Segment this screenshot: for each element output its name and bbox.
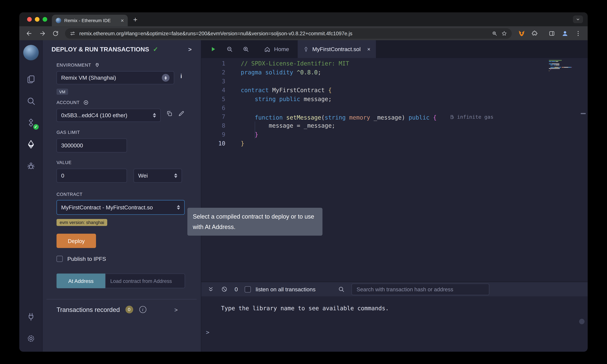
- icon-rail: ✓: [19, 40, 42, 352]
- settings-gear-icon[interactable]: [26, 334, 36, 344]
- tab-close-icon[interactable]: ×: [121, 18, 124, 23]
- code-line[interactable]: }: [241, 130, 588, 139]
- tab-search-chevron-icon[interactable]: [573, 15, 583, 23]
- terminal-bar: 0 listen on all transactions: [201, 282, 588, 296]
- code-editor[interactable]: 12345678910 // SPDX-License-Identifier: …: [201, 58, 588, 282]
- close-window-button[interactable]: [27, 17, 32, 22]
- minimize-window-button[interactable]: [35, 17, 40, 22]
- at-address-button[interactable]: At Address: [57, 273, 106, 288]
- profile-avatar-icon[interactable]: [559, 28, 570, 39]
- deploy-run-icon[interactable]: [26, 139, 36, 149]
- minimap-line: [549, 66, 579, 67]
- code-line[interactable]: contract MyFirstContract {: [241, 86, 588, 95]
- bookmark-star-icon[interactable]: [501, 30, 507, 36]
- clear-console-icon[interactable]: [221, 286, 228, 292]
- tab-file-active[interactable]: MyFirstContract.sol ×: [298, 40, 376, 58]
- close-file-icon[interactable]: ×: [367, 46, 370, 52]
- terminal-output[interactable]: Type the library name to see available c…: [201, 296, 588, 352]
- plug-icon[interactable]: [95, 62, 100, 68]
- panel-expand-chevron-icon[interactable]: >: [188, 46, 192, 52]
- line-number[interactable]: 8: [201, 121, 225, 130]
- environment-info-icon[interactable]: i: [180, 73, 182, 79]
- line-number[interactable]: 6: [201, 104, 225, 113]
- zoom-out-icon[interactable]: [226, 46, 233, 52]
- plugin-manager-plug-icon[interactable]: [26, 312, 36, 322]
- code-line[interactable]: pragma solidity ^0.8.0;: [241, 68, 588, 77]
- debugger-bug-icon[interactable]: [26, 161, 36, 171]
- account-select[interactable]: 0x5B3...eddC4 (100 ether): [57, 109, 161, 122]
- value-unit-select[interactable]: Wei: [134, 169, 182, 182]
- remix-logo-icon[interactable]: [23, 45, 39, 60]
- code-line[interactable]: string public message;: [241, 95, 588, 104]
- minimap-line: [549, 64, 579, 64]
- zoom-in-icon[interactable]: [242, 46, 249, 52]
- terminal-collapse-chevrons-icon[interactable]: [208, 286, 214, 292]
- forward-icon[interactable]: [37, 28, 48, 39]
- code-line[interactable]: // SPDX-License-Identifier: MIT: [241, 59, 588, 68]
- add-account-plus-icon[interactable]: [83, 100, 89, 105]
- address-bar[interactable]: remix.ethereum.org/#lang=en&optimize=fal…: [65, 28, 512, 39]
- line-number[interactable]: 7: [201, 113, 225, 121]
- browser-tab-strip: Remix - Ethereum IDE × +: [19, 12, 588, 26]
- code-line[interactable]: [241, 104, 588, 113]
- solidity-file-icon: [303, 46, 309, 52]
- metamask-fox-icon[interactable]: [516, 28, 527, 39]
- line-number[interactable]: 9: [201, 130, 225, 139]
- editor-code[interactable]: // SPDX-License-Identifier: MITpragma so…: [229, 58, 588, 282]
- line-number[interactable]: 3: [201, 77, 225, 86]
- file-explorer-icon[interactable]: [26, 74, 36, 84]
- code-line[interactable]: [241, 77, 588, 86]
- panel-divider: [47, 299, 197, 299]
- value-input[interactable]: [57, 169, 127, 182]
- editor-scrollbar[interactable]: [581, 113, 586, 114]
- account-label: ACCOUNT: [57, 100, 80, 105]
- remix-favicon-icon: [56, 18, 61, 23]
- reload-icon[interactable]: [50, 28, 61, 39]
- site-info-icon[interactable]: [70, 30, 75, 36]
- line-number[interactable]: 2: [201, 68, 225, 77]
- environment-select[interactable]: Remix VM (Shanghai): [57, 71, 174, 84]
- code-line[interactable]: }: [241, 139, 588, 148]
- browser-tab[interactable]: Remix - Ethereum IDE ×: [52, 15, 128, 26]
- copy-account-icon[interactable]: [166, 110, 173, 117]
- code-line[interactable]: message = _message;: [241, 121, 588, 130]
- main-area: Home MyFirstContract.sol × 12345678910 /…: [201, 40, 588, 352]
- contract-select[interactable]: MyFirstContract - MyFirstContract.so: [57, 200, 185, 215]
- contract-select-tooltip: Select a compiled contract to deploy or …: [187, 208, 322, 235]
- side-panel-icon[interactable]: [546, 28, 557, 39]
- at-address-input[interactable]: [105, 273, 185, 288]
- editor-minimap[interactable]: [549, 60, 579, 72]
- select-arrows-icon: [153, 113, 156, 117]
- code-line[interactable]: function setMessage(string memory _messa…: [241, 113, 588, 121]
- terminal-search-input[interactable]: [352, 283, 489, 295]
- transactions-expand-chevron-icon[interactable]: >: [174, 306, 178, 313]
- new-tab-button[interactable]: +: [133, 16, 137, 23]
- extensions-puzzle-icon[interactable]: [529, 28, 540, 39]
- gas-limit-input[interactable]: [57, 139, 127, 152]
- line-number[interactable]: 4: [201, 86, 225, 95]
- vm-badge: VM: [57, 89, 68, 95]
- edit-pencil-icon[interactable]: [178, 110, 185, 117]
- publish-ipfs-checkbox[interactable]: [57, 256, 63, 262]
- browser-toolbar: remix.ethereum.org/#lang=en&optimize=fal…: [19, 26, 588, 40]
- line-number[interactable]: 1: [201, 59, 225, 68]
- minimap-line: [549, 60, 579, 61]
- listen-all-checkbox[interactable]: [245, 286, 251, 292]
- deploy-button[interactable]: Deploy: [57, 234, 96, 248]
- tab-title: Remix - Ethereum IDE: [64, 18, 118, 23]
- line-number[interactable]: 10: [201, 139, 225, 148]
- tab-home[interactable]: Home: [255, 40, 298, 58]
- zoom-icon[interactable]: [492, 30, 498, 36]
- run-script-play-icon[interactable]: [210, 46, 217, 52]
- solidity-compiler-icon[interactable]: ✓: [26, 117, 36, 128]
- search-icon[interactable]: [26, 96, 36, 106]
- fullscreen-window-button[interactable]: [42, 17, 47, 22]
- indent-guide: [255, 121, 255, 139]
- line-number[interactable]: 5: [201, 95, 225, 104]
- terminal-scroll-thumb[interactable]: [579, 319, 585, 324]
- rail-bottom-group: [26, 312, 36, 352]
- transactions-info-icon[interactable]: i: [139, 306, 146, 313]
- traffic-lights: [27, 17, 47, 22]
- back-icon[interactable]: [23, 28, 35, 39]
- menu-kebab-icon[interactable]: [572, 28, 584, 39]
